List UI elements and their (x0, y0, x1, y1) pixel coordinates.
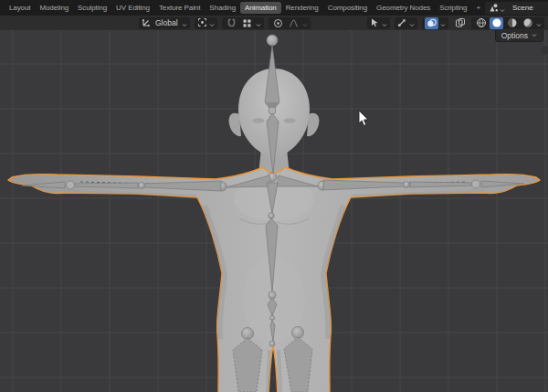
chevron-down-icon (256, 15, 261, 31)
tab-layout[interactable]: Layout (5, 2, 35, 14)
material-preview-icon[interactable] (505, 17, 519, 29)
tab-shading[interactable]: Shading (205, 2, 240, 14)
transform-orientation-dropdown[interactable]: Global (139, 17, 190, 29)
viewport-canvas[interactable] (0, 30, 548, 392)
transform-orientation-label: Global (153, 18, 180, 27)
character-eye-right (284, 118, 296, 123)
rendered-shading-icon[interactable] (521, 17, 534, 29)
topbar: Layout Modeling Sculpting UV Editing Tex… (0, 0, 548, 16)
tab-sculpting[interactable]: Sculpting (73, 2, 111, 14)
add-workspace-button[interactable]: + (471, 2, 485, 14)
tab-modeling[interactable]: Modeling (35, 2, 73, 14)
snap-magnet-icon[interactable] (225, 17, 238, 29)
joint-wrist-left-ring[interactable] (67, 181, 75, 189)
chevron-down-icon (382, 15, 387, 31)
scene-selector[interactable]: Scene (485, 2, 548, 15)
toggle-xray-icon[interactable] (453, 17, 467, 29)
character-ear-left (229, 113, 241, 136)
chevron-down-icon (440, 15, 446, 31)
chevron-down-icon (532, 33, 537, 37)
pivot-point-dropdown[interactable] (195, 17, 217, 29)
joint-hip-left-sphere[interactable] (242, 328, 254, 340)
object-types-visibility-dropdown[interactable] (367, 17, 390, 29)
chevron-down-icon (302, 15, 308, 31)
show-gizmos-dropdown[interactable] (395, 17, 417, 29)
snapping-group (222, 17, 264, 29)
chevron-down-icon (209, 15, 215, 31)
joint-pelvis-tip[interactable] (270, 316, 275, 321)
bone-head-tip-sphere[interactable] (267, 35, 278, 46)
show-overlays-group (422, 17, 448, 29)
options-button-label: Options (501, 31, 528, 40)
chevron-down-icon (500, 0, 505, 16)
joint-spine-sphere[interactable] (269, 213, 274, 218)
tab-geometry-nodes[interactable]: Geometry Nodes (372, 2, 435, 14)
scene-icon (489, 0, 499, 16)
object-types-visibility-icon (370, 15, 380, 31)
chevron-down-icon (409, 15, 415, 31)
character-shading (64, 177, 484, 392)
chevron-down-icon (182, 15, 187, 31)
solid-shading-icon[interactable] (490, 17, 503, 29)
tab-uv-editing[interactable]: UV Editing (111, 2, 154, 14)
joint-elbow-right[interactable] (404, 182, 410, 188)
tab-scripting[interactable]: Scripting (435, 2, 471, 14)
viewport-3d[interactable]: Options (0, 30, 548, 392)
chevron-down-icon (536, 15, 542, 31)
viewport-header-right (367, 17, 544, 29)
tab-animation[interactable]: Animation (240, 2, 281, 14)
proportional-editing-group (269, 17, 311, 29)
shading-mode-group (471, 17, 544, 29)
mouse-cursor (359, 111, 368, 125)
show-gizmos-icon (397, 15, 407, 31)
wireframe-shading-icon[interactable] (474, 17, 488, 29)
viewport-header: Global (0, 16, 548, 30)
tab-rendering[interactable]: Rendering (281, 2, 323, 14)
tab-compositing[interactable]: Compositing (323, 2, 372, 14)
character-eye-left (253, 118, 265, 123)
snap-target-icon[interactable] (240, 17, 254, 29)
proportional-editing-icon[interactable] (271, 17, 285, 29)
joint-elbow-left[interactable] (139, 183, 145, 189)
pivot-point-icon (197, 15, 207, 31)
navigation-gizmo-partial (542, 47, 548, 55)
orientation-axes-icon (142, 15, 152, 31)
joint-wrist-right-ring[interactable] (472, 180, 480, 188)
tab-texture-paint[interactable]: Texture Paint (154, 2, 205, 14)
show-overlays-icon[interactable] (425, 17, 438, 29)
falloff-curve-icon[interactable] (287, 17, 300, 29)
character-ear-right (307, 113, 319, 136)
scene-name: Scene (507, 4, 533, 12)
joint-crotch-sphere[interactable] (269, 341, 275, 346)
